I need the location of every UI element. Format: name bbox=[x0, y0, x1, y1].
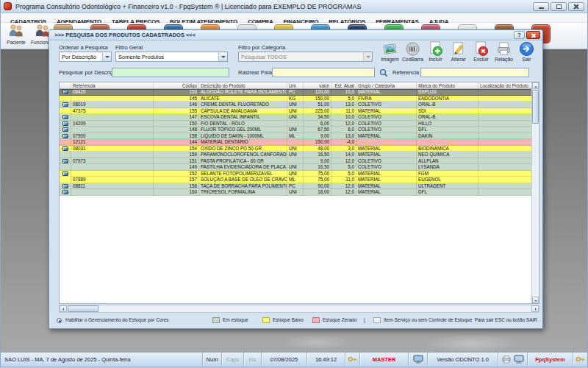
table-row[interactable]: 08031 154 OXIDO DE ZINCO PO 50 GR UNI 48… bbox=[60, 146, 533, 152]
edit-pencil-icon bbox=[451, 41, 466, 57]
printer-icon bbox=[501, 355, 512, 364]
exit-hint: Para sair ESC ou botão SAIR bbox=[475, 317, 537, 322]
relacao-button[interactable]: Relação bbox=[492, 41, 515, 68]
close-button[interactable] bbox=[568, 2, 584, 11]
codbarra-button[interactable]: CodBarra bbox=[401, 41, 424, 68]
excluir-button[interactable]: Excluir bbox=[470, 41, 492, 68]
cell-marca: DAKIN bbox=[417, 133, 478, 140]
dialog-close-button[interactable] bbox=[526, 31, 540, 39]
table-row[interactable]: 07973 151 PASTA PROFILÁTICA - 60 GR 9,00… bbox=[60, 158, 533, 165]
cell-referencia: 12121 bbox=[71, 139, 154, 146]
product-image-icon bbox=[62, 159, 68, 163]
toolbar-paciente-button[interactable]: Paciente bbox=[4, 24, 28, 45]
cell-grupo: MATERIAL bbox=[356, 89, 417, 96]
table-row[interactable]: 12121 144 MATERIAL DENTARIO 150,00 -4,0 bbox=[60, 139, 533, 146]
header-uni[interactable]: Uni bbox=[287, 82, 304, 88]
cell-codigo: 149 bbox=[154, 164, 199, 171]
scroll-right-icon[interactable] bbox=[531, 305, 539, 312]
cell-est-atual: 12,0 bbox=[331, 189, 356, 196]
cell-codigo: 146 bbox=[154, 102, 199, 108]
cell-descricao: PARAMONOCLOROFENOL CANFORADO - FR 20 ML bbox=[199, 152, 287, 158]
cell-descricao: PASTILHA EVIDENCIADORA DE PLACA DENTAL bbox=[199, 164, 287, 171]
table-row[interactable]: 149 PASTILHA EVIDENCIADORA DE PLACA DENT… bbox=[60, 164, 533, 171]
minimize-icon bbox=[539, 7, 544, 9]
header-referencia[interactable]: Referencia bbox=[71, 82, 154, 88]
cell-referencia: 08031 bbox=[71, 146, 154, 152]
cell-uni: ML bbox=[287, 133, 304, 140]
cell-valor: 120,00 bbox=[304, 89, 331, 96]
header-est-atual[interactable]: Est. Atual bbox=[331, 82, 356, 88]
vertical-scrollbar[interactable] bbox=[531, 82, 539, 303]
cell-marca: SSPLUS bbox=[417, 89, 478, 96]
cell-valor: 9,00 bbox=[304, 158, 331, 165]
add-icon bbox=[428, 41, 443, 57]
cell-valor: 18,00 bbox=[304, 189, 331, 196]
zero-stock-swatch bbox=[312, 317, 320, 323]
header-descricao[interactable]: Descrição do Produto bbox=[199, 82, 287, 88]
stock-colors-radio[interactable] bbox=[57, 318, 62, 323]
header-valor[interactable]: valor bbox=[304, 82, 331, 88]
table-row[interactable]: 159 PARAMONOCLOROFENOL CANFORADO - FR 20… bbox=[60, 152, 533, 158]
general-filter-select[interactable]: Somente Produtos bbox=[115, 52, 228, 62]
status-caps: Caps bbox=[221, 353, 243, 366]
sair-button[interactable]: Sair bbox=[515, 41, 538, 68]
status-time: 16:49:12 bbox=[306, 353, 345, 366]
barcode-icon bbox=[405, 41, 420, 57]
restore-button[interactable] bbox=[551, 2, 567, 11]
search-desc-input[interactable] bbox=[112, 68, 229, 77]
header-grupo[interactable]: Grupo / Categoria bbox=[356, 82, 417, 88]
table-row[interactable]: 07889 157 SOLUÇÃO A BASE DE ÓLEO DE CRAV… bbox=[60, 177, 533, 183]
cell-grupo: COLETIVO bbox=[356, 114, 417, 121]
minimize-button[interactable] bbox=[533, 2, 549, 11]
cell-grupo: COLETIVO bbox=[356, 121, 417, 127]
scroll-left-icon[interactable] bbox=[60, 305, 67, 312]
product-image-icon bbox=[62, 90, 68, 94]
status-brand: FpqSystem bbox=[527, 353, 573, 366]
cell-est-atual: 5,0 bbox=[331, 164, 356, 171]
cell-marca: NEO QUIMICA bbox=[417, 152, 478, 158]
vertical-scroll-thumb[interactable] bbox=[532, 90, 539, 124]
table-row[interactable]: 145 ALICATE KG 150,00 5,0 FIVRA ENDODONT… bbox=[60, 96, 533, 102]
header-localizacao[interactable]: Localização do Produto bbox=[478, 82, 539, 88]
search-icon[interactable] bbox=[379, 68, 388, 77]
table-row[interactable]: 07900 158 LIQUIDO DE DAKIN - 1000ML ML 9… bbox=[60, 133, 533, 140]
cell-grupo: FIVRA bbox=[356, 96, 417, 102]
track-words-input[interactable] bbox=[272, 68, 375, 77]
table-row[interactable]: 08420 153 ALGODÃO ROLETE PARA ISOLAMENTO… bbox=[60, 89, 533, 96]
cell-codigo: 147 bbox=[154, 114, 199, 121]
table-row[interactable]: 147 ESCOVA DENTAL INFANTIL UNI 34,50 10,… bbox=[60, 114, 533, 121]
cell-valor: 150,00 bbox=[304, 139, 331, 146]
table-row[interactable]: 160 TRICRESOL FORMALINA UNI 18,00 12,0 M… bbox=[60, 189, 533, 196]
table-row[interactable]: 08811 156 TAÇA DE BORRACHA PARA POLIMENT… bbox=[60, 183, 533, 190]
header-codigo[interactable]: Código bbox=[154, 82, 199, 88]
product-image-icon bbox=[62, 190, 68, 194]
help-button[interactable]: ? bbox=[514, 31, 525, 39]
cell-est-atual: 6,0 bbox=[331, 127, 356, 133]
header-marca[interactable]: Marca do Produto bbox=[417, 82, 478, 88]
imagem-button[interactable]: Imagem bbox=[379, 41, 401, 68]
in-stock-label: Em estoque bbox=[223, 317, 248, 322]
product-image-icon bbox=[62, 146, 68, 151]
table-row[interactable]: 47375 155 CÁPSULA DE AMÁLGAMA UNI 225,00… bbox=[60, 108, 533, 115]
incluir-button[interactable]: Incluir bbox=[424, 41, 447, 68]
horizontal-scrollbar[interactable] bbox=[59, 305, 539, 313]
cell-est-atual: 13,0 bbox=[331, 133, 356, 140]
table-row[interactable]: 08019 146 CREME DENTAL FLUORETADO UNI 51… bbox=[60, 102, 533, 108]
computer-icon bbox=[514, 355, 524, 364]
delete-icon bbox=[473, 41, 489, 57]
cell-localizacao bbox=[478, 152, 533, 158]
alterar-button[interactable]: Alterar bbox=[447, 41, 470, 68]
table-row[interactable]: 148 FLÚOR TÓPICO GEL 200ML UNI 67,50 6,0… bbox=[60, 127, 533, 133]
reference-input[interactable] bbox=[420, 68, 529, 77]
chevron-down-icon bbox=[218, 52, 227, 61]
scroll-up-icon[interactable] bbox=[532, 82, 539, 89]
order-select[interactable]: Por Descrição bbox=[59, 52, 112, 62]
cell-grupo: COLETIVO bbox=[356, 158, 417, 165]
cell-localizacao bbox=[478, 127, 533, 133]
cell-est-atual: 3,0 bbox=[331, 146, 356, 152]
cell-uni: UNI bbox=[287, 114, 304, 121]
table-row[interactable]: 14209 150 FIO DENTAL - ROLO 6,00 12,0 CO… bbox=[60, 121, 533, 127]
horizontal-scroll-thumb[interactable] bbox=[68, 305, 98, 312]
scroll-down-icon[interactable] bbox=[532, 297, 539, 303]
table-row[interactable]: 152 SELANTE FOTOPOLIMERIZÁVEL UNI 75,00 … bbox=[60, 171, 533, 177]
